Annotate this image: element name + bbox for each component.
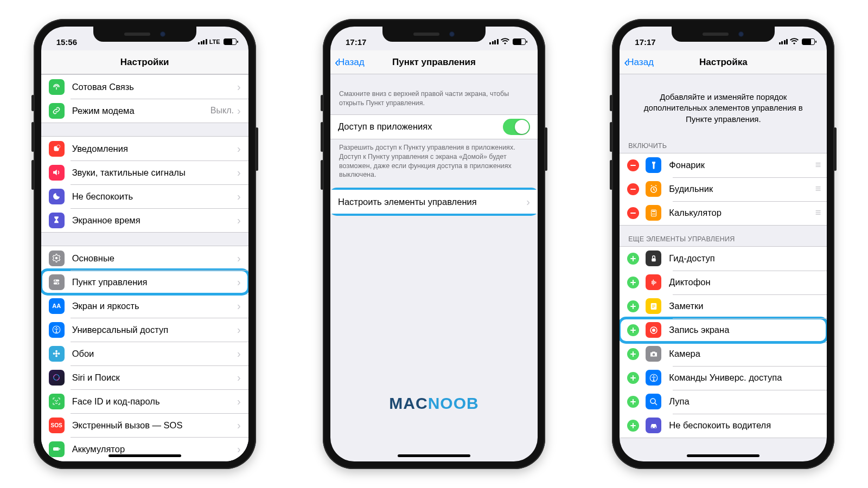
more-screen-recording[interactable]: Запись экрана [620, 318, 827, 342]
section-header-include: Включить [620, 132, 827, 153]
chevron-right-icon: › [237, 276, 241, 288]
hint-swipe: Смахните вниз с верхней правой части экр… [330, 74, 538, 110]
row-general[interactable]: Основные › [41, 246, 248, 270]
home-indicator[interactable] [398, 454, 470, 457]
remove-button[interactable] [627, 183, 639, 195]
svg-point-36 [650, 399, 655, 403]
more-magnifier[interactable]: Лупа [620, 390, 827, 414]
chevron-right-icon: › [237, 395, 241, 408]
svg-point-9 [55, 352, 58, 355]
phone-customize: 17:17 ‹Назад Настройка Добавляйте и изме… [612, 19, 834, 469]
flower-icon [49, 346, 65, 362]
drag-handle-icon[interactable]: ≡ [815, 183, 820, 195]
section-header-more: Еще элементы управления [620, 226, 827, 246]
drag-handle-icon[interactable]: ≡ [815, 207, 820, 219]
svg-point-38 [655, 427, 656, 428]
chevron-right-icon: › [237, 81, 241, 93]
chevron-right-icon: › [237, 324, 241, 336]
chevron-right-icon: › [237, 252, 241, 265]
chevron-right-icon: › [237, 214, 241, 227]
add-button[interactable] [627, 277, 639, 288]
row-label: Диктофон [669, 277, 819, 287]
row-screentime[interactable]: Экранное время › [41, 208, 248, 232]
battery-icon [802, 38, 815, 45]
row-sos[interactable]: SOS Экстренный вызов — SOS › [41, 413, 248, 437]
row-cellular[interactable]: Сотовая Связь › [41, 75, 248, 99]
svg-point-23 [652, 213, 653, 214]
svg-point-10 [55, 350, 58, 352]
add-button[interactable] [627, 420, 639, 432]
row-dnd[interactable]: Не беспокоить › [41, 184, 248, 208]
row-label: Настроить элементы управления [338, 197, 526, 207]
row-accessibility[interactable]: Универсальный доступ › [41, 318, 248, 342]
add-button[interactable] [627, 348, 639, 360]
wifi-icon [790, 37, 799, 46]
svg-point-26 [652, 214, 653, 215]
add-button[interactable] [627, 396, 639, 408]
row-notifications[interactable]: Уведомления › [41, 137, 248, 160]
svg-point-37 [652, 427, 653, 428]
cellular-signal-icon [198, 39, 207, 44]
row-label: Siri и Поиск [72, 373, 237, 383]
more-dnd-driving[interactable]: Не беспокоить водителя [620, 414, 827, 438]
svg-point-33 [653, 353, 655, 356]
watermark: MACNOOB [330, 394, 538, 413]
add-button[interactable] [627, 300, 639, 312]
svg-point-25 [654, 213, 655, 214]
svg-point-11 [55, 355, 58, 357]
link-icon [49, 103, 65, 119]
add-button[interactable] [627, 324, 639, 336]
nav-title: Настройки [120, 57, 169, 68]
car-icon [646, 418, 661, 433]
row-access-in-apps[interactable]: Доступ в приложениях [330, 115, 538, 139]
remove-button[interactable] [627, 207, 639, 219]
hourglass-icon [49, 213, 65, 228]
toggle-switch[interactable] [503, 119, 530, 135]
drag-handle-icon[interactable]: ≡ [815, 159, 820, 171]
row-battery[interactable]: Аккумулятор › [41, 437, 248, 461]
moon-icon [49, 189, 65, 204]
row-label: Лупа [669, 396, 819, 407]
row-label: Калькулятор [669, 208, 815, 218]
svg-point-2 [55, 257, 58, 260]
row-sounds[interactable]: Звуки, тактильные сигналы › [41, 160, 248, 184]
more-notes[interactable]: Заметки [620, 294, 827, 318]
waveform-icon [646, 274, 661, 290]
row-customize-controls[interactable]: Настроить элементы управления › [330, 190, 538, 214]
add-button[interactable] [627, 372, 639, 384]
row-control-center[interactable]: Пункт управления › [41, 270, 248, 294]
more-accessibility-shortcuts[interactable]: Команды Универс. доступа [620, 366, 827, 390]
accessibility-icon [49, 322, 65, 338]
row-display[interactable]: AA Экран и яркость › [41, 294, 248, 318]
svg-point-28 [654, 214, 655, 215]
svg-point-32 [652, 329, 655, 332]
row-hotspot[interactable]: Режим модема Выкл. › [41, 99, 248, 123]
row-label: Экранное время [72, 215, 237, 226]
add-button[interactable] [627, 253, 639, 265]
row-wallpaper[interactable]: Обои › [41, 342, 248, 365]
back-button[interactable]: ‹Назад [335, 56, 365, 69]
row-siri[interactable]: Siri и Поиск › [41, 365, 248, 389]
lock-icon [646, 251, 661, 266]
include-alarm[interactable]: Будильник ≡ [620, 177, 827, 201]
row-label: Доступ в приложениях [338, 121, 503, 132]
siri-icon [49, 370, 65, 386]
more-camera[interactable]: Камера [620, 342, 827, 366]
row-label: Фонарик [669, 160, 815, 170]
more-voice-memos[interactable]: Диктофон [620, 271, 827, 294]
row-faceid[interactable]: Face ID и код-пароль › [41, 389, 248, 413]
back-button[interactable]: ‹Назад [624, 56, 654, 69]
row-label: Экран и яркость [72, 301, 237, 311]
more-guided-access[interactable]: Гид-доступ [620, 247, 827, 271]
toggles-icon [49, 274, 65, 290]
svg-point-13 [58, 352, 60, 355]
remove-button[interactable] [627, 159, 639, 171]
home-indicator[interactable] [108, 454, 181, 457]
flashlight-icon [646, 157, 661, 173]
speaker-icon [49, 165, 65, 181]
include-flashlight[interactable]: Фонарик ≡ [620, 153, 827, 177]
include-calculator[interactable]: Калькулятор ≡ [620, 201, 827, 225]
chevron-right-icon: › [237, 166, 241, 179]
row-label: Обои [72, 349, 237, 359]
home-indicator[interactable] [687, 454, 760, 457]
